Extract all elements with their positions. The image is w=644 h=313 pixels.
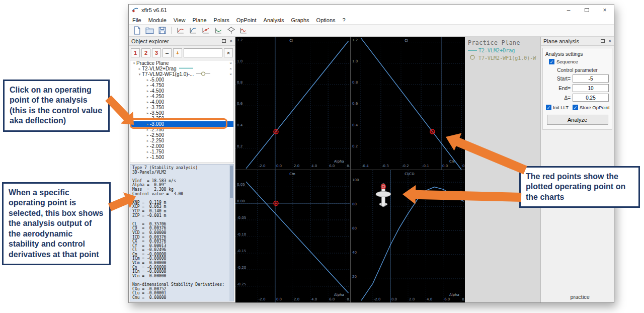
output-scrollbar[interactable] (229, 165, 233, 301)
graph-count-1-button[interactable]: 1 (131, 48, 140, 57)
tree-oppoint--3.500[interactable]: ▸-3.500 (130, 110, 233, 116)
tree-oppoint--4.000[interactable]: ▸-4.000 (130, 99, 233, 105)
oppoint-output-text[interactable]: Type 7 (Stability analysis) 3D-Panels/VL… (130, 165, 233, 301)
open-project-icon[interactable] (144, 26, 155, 36)
tree-oppoint--3.250[interactable]: ▸-3.250 (130, 116, 233, 121)
tree-oppoint--4.250[interactable]: ▸-4.250 (130, 94, 233, 99)
sequence-checkbox[interactable]: ✓ (549, 59, 554, 64)
sequence-checkbox-row[interactable]: ✓ Sequence (549, 59, 610, 64)
tree-item-close-icon[interactable]: × (229, 72, 233, 76)
tree-plane-root[interactable]: ▾Practice Plane× (130, 60, 233, 66)
new-project-icon[interactable] (131, 26, 142, 36)
chart-svg-cl-vs-alpha: -2.00.02.04.06.08.00.20.40.60.81.01.2ClA… (235, 37, 350, 170)
expander-icon[interactable]: ▸ (145, 133, 150, 137)
legend-item-1[interactable]: T7-VLM2-WF1(g1.0)-W (468, 55, 539, 61)
svg-text:Alpha: Alpha (334, 293, 344, 297)
expander-icon[interactable]: ▸ (145, 100, 150, 104)
remove-graph-button[interactable]: – (163, 48, 172, 57)
dock-close-icon[interactable]: × (608, 39, 611, 44)
dock-float-icon[interactable] (601, 39, 605, 43)
3d-view-icon[interactable] (225, 26, 236, 36)
menu-oppoint[interactable]: OpPoint (233, 17, 260, 23)
expander-icon[interactable]: ▾ (132, 61, 136, 65)
tree-oppoint--4.750[interactable]: ▸-4.750 (130, 83, 233, 88)
chart-cm-vs-alpha[interactable]: -2.00.02.04.06.08.00.050.00-0.05-0.10-0.… (235, 170, 350, 303)
tree-polar-t7[interactable]: ▾T7-VLM2-WF1(g1.0)-...× (130, 71, 233, 77)
store-oppoint-checkbox-row[interactable]: ✓ Store OpPoint (573, 105, 610, 110)
graph-count-3-button[interactable]: 3 (152, 48, 161, 57)
tree-oppoint--2.250[interactable]: ▸-2.250 (130, 138, 233, 143)
clear-filter-button[interactable]: × (224, 48, 233, 57)
expander-icon[interactable]: ▸ (145, 111, 150, 115)
tree-oppoint--2.000[interactable]: ▸-2.000 (130, 143, 233, 149)
legend-item-0[interactable]: T2-VLM2+Drag (468, 48, 539, 53)
store-oppoint-checkbox[interactable]: ✓ (573, 105, 578, 110)
chart-cl-vs-alpha[interactable]: -2.00.02.04.06.08.00.20.40.60.81.01.2ClA… (235, 37, 350, 170)
tree-oppoint--1.500[interactable]: ▸-1.500 (130, 154, 233, 160)
expander-icon[interactable]: ▸ (145, 139, 150, 143)
add-graph-button[interactable]: + (173, 48, 182, 57)
expander-icon[interactable]: ▾ (137, 72, 142, 76)
dock-float-icon[interactable] (222, 39, 226, 43)
menu-plane[interactable]: Plane (189, 17, 210, 23)
cp-view-icon[interactable] (213, 26, 224, 36)
output-scrollbar-thumb[interactable] (230, 166, 233, 198)
tree-oppoint--4.500[interactable]: ▸-4.500 (130, 88, 233, 94)
expander-icon[interactable]: ▸ (145, 128, 150, 132)
menu-file[interactable]: File (129, 17, 145, 23)
expander-icon[interactable]: ▸ (145, 106, 150, 110)
oppoint-view-icon[interactable] (200, 26, 211, 36)
minimize-button[interactable]: – (559, 5, 578, 16)
end-input[interactable] (573, 84, 609, 92)
menu-polars[interactable]: Polars (210, 17, 233, 23)
save-project-icon[interactable] (156, 26, 168, 36)
tree-item-close-icon[interactable]: × (229, 61, 233, 65)
svg-text:0.2: 0.2 (352, 144, 358, 148)
tree-oppoint--2.500[interactable]: ▸-2.500 (130, 132, 233, 138)
expander-icon[interactable]: ▸ (145, 117, 150, 121)
expander-icon[interactable]: ▸ (145, 89, 150, 93)
wing-design-icon[interactable] (175, 26, 186, 36)
menu-?[interactable]: ? (339, 17, 349, 23)
tree-oppoint--5.000[interactable]: ▸-5.000 (130, 77, 233, 83)
close-button[interactable]: × (596, 5, 614, 16)
window-title: xflr5 v6.61 (141, 7, 167, 13)
tree-polar-t2[interactable]: ▸T2-VLM2+Drag× (130, 66, 233, 71)
svg-text:Cl: Cl (289, 39, 293, 43)
expander-icon[interactable]: ▸ (137, 67, 142, 71)
stability-view-icon[interactable] (238, 26, 249, 36)
chart-cl-vs-cm[interactable]: -0.4-0.3-0.2-0.10.00.10.20.40.60.81.01.2… (351, 37, 465, 170)
menu-analysis[interactable]: Analysis (260, 17, 288, 23)
expander-icon[interactable]: ▸ (145, 144, 150, 148)
svg-text:-0.1: -0.1 (422, 164, 429, 168)
menu-options[interactable]: Options (313, 17, 339, 23)
analyze-button[interactable]: Analyze (547, 115, 608, 125)
expander-icon[interactable]: ▸ (145, 78, 150, 82)
start-input[interactable] (573, 74, 609, 83)
dock-close-icon[interactable]: × (229, 39, 232, 44)
expander-icon[interactable]: ▸ (145, 155, 150, 160)
expander-icon[interactable]: ▸ (145, 122, 150, 126)
polar-view-icon[interactable] (188, 26, 199, 36)
maximize-button[interactable] (578, 5, 596, 16)
tree-item-close-icon[interactable]: × (229, 66, 233, 71)
tree-oppoint--2.750[interactable]: ▸-2.750 (130, 127, 233, 132)
chart-clcd-vs-alpha[interactable]: -2.00.02.04.06.08.020406080100Cl/CDAlpha (351, 170, 465, 303)
tree-oppoint--3.000[interactable]: ▸-3.000 (130, 121, 233, 127)
svg-text:8.0: 8.0 (347, 297, 350, 301)
expander-icon[interactable]: ▸ (145, 95, 150, 99)
svg-text:0.4: 0.4 (237, 123, 243, 127)
delta-input[interactable] (573, 94, 609, 102)
init-llt-checkbox-row[interactable]: ✓ Init LLT (546, 105, 569, 110)
expander-icon[interactable]: ▸ (145, 84, 150, 88)
init-llt-checkbox[interactable]: ✓ (546, 105, 551, 110)
expander-icon[interactable]: ▸ (145, 150, 150, 154)
tree-oppoint--3.750[interactable]: ▸-3.750 (130, 105, 233, 110)
menu-module[interactable]: Module (145, 17, 170, 23)
menu-view[interactable]: View (170, 17, 189, 23)
tree-oppoint--1.750[interactable]: ▸-1.750 (130, 149, 233, 154)
chart-svg-cm-vs-alpha: -2.00.02.04.06.08.00.050.00-0.05-0.10-0.… (235, 170, 350, 303)
graph-count-2-button[interactable]: 2 (141, 48, 150, 57)
tree-filter-input[interactable] (184, 48, 222, 57)
menu-graphs[interactable]: Graphs (288, 17, 313, 23)
